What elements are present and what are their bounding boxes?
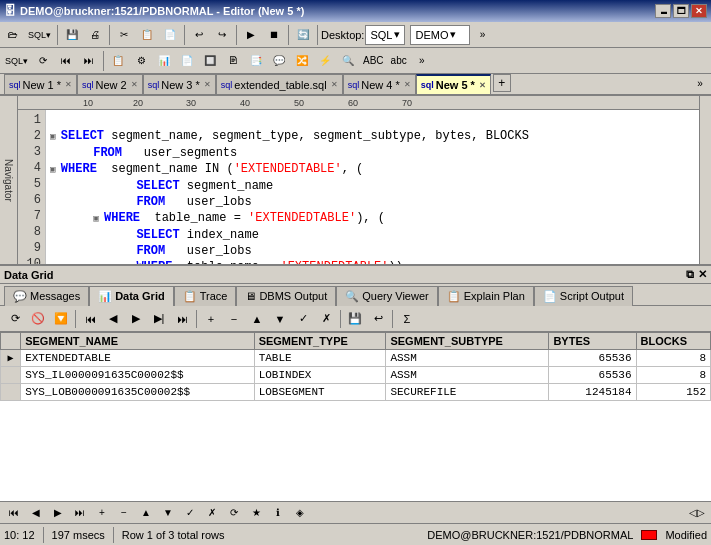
grid-sigma-btn[interactable]: Σ: [396, 309, 418, 329]
new-btn[interactable]: 🗁: [2, 24, 24, 46]
nav-scroll-h[interactable]: ◁▷: [687, 504, 707, 522]
title-bar-controls[interactable]: 🗕 🗖 ✕: [655, 4, 707, 18]
tb2-btn4[interactable]: ⏭: [78, 50, 100, 72]
nav-first-btn[interactable]: ⏮: [4, 504, 24, 522]
grid-check-btn[interactable]: ✓: [292, 309, 314, 329]
tab-new5[interactable]: sql New 5 * ✕: [416, 74, 491, 94]
tab-scroll-right[interactable]: »: [689, 74, 711, 94]
grid-rollback-btn[interactable]: ↩: [367, 309, 389, 329]
tb2-btn11[interactable]: 📑: [245, 50, 267, 72]
nav-fwd-btn[interactable]: ▶: [48, 504, 68, 522]
grid-prev-btn[interactable]: ◀: [102, 309, 124, 329]
maximize-button[interactable]: 🗖: [673, 4, 689, 18]
grid-down-btn[interactable]: ▼: [269, 309, 291, 329]
tb2-btn13[interactable]: 🔀: [291, 50, 313, 72]
data-grid-close[interactable]: ✕: [698, 268, 707, 281]
grid-filter-btn[interactable]: 🔽: [50, 309, 72, 329]
tab-new3[interactable]: sql New 3 * ✕: [143, 74, 216, 94]
nav-scroll-btn[interactable]: ◈: [290, 504, 310, 522]
grid-tab-trace[interactable]: 📋 Trace: [174, 286, 237, 306]
copy-btn[interactable]: 📋: [136, 24, 158, 46]
tb2-btn7[interactable]: 📊: [153, 50, 175, 72]
tab-new4[interactable]: sql New 4 * ✕: [343, 74, 416, 94]
tb2-btn15[interactable]: 🔍: [337, 50, 359, 72]
nav-info-btn[interactable]: ℹ: [268, 504, 288, 522]
grid-tab-datagrid[interactable]: 📊 Data Grid: [89, 286, 174, 306]
close-button[interactable]: ✕: [691, 4, 707, 18]
nav-plus-btn[interactable]: +: [92, 504, 112, 522]
run-btn[interactable]: ▶: [240, 24, 262, 46]
redo-btn[interactable]: ↪: [211, 24, 233, 46]
tab-new3-close[interactable]: ✕: [204, 80, 211, 89]
cut-btn[interactable]: ✂: [113, 24, 135, 46]
grid-delete-btn[interactable]: −: [223, 309, 245, 329]
tab-extended-close[interactable]: ✕: [331, 80, 338, 89]
tab-new1-close[interactable]: ✕: [65, 80, 72, 89]
editor-scrollbar[interactable]: [699, 96, 711, 264]
grid-insert-btn[interactable]: +: [200, 309, 222, 329]
tab-new4-close[interactable]: ✕: [404, 80, 411, 89]
desktop-dropdown[interactable]: SQL ▾: [365, 25, 405, 45]
nav-down-btn[interactable]: ▼: [158, 504, 178, 522]
grid-commit-btn[interactable]: 💾: [344, 309, 366, 329]
user-dropdown[interactable]: DEMO ▾: [410, 25, 470, 45]
tb2-more[interactable]: »: [411, 50, 433, 72]
tb2-btn8[interactable]: 📄: [176, 50, 198, 72]
tab-extended[interactable]: sql extended_table.sql ✕: [216, 74, 343, 94]
grid-first-btn[interactable]: ⏮: [79, 309, 101, 329]
tb2-btn1[interactable]: SQL▾: [2, 50, 31, 72]
tb2-btn10[interactable]: 🖹: [222, 50, 244, 72]
nav-check-btn[interactable]: ✓: [180, 504, 200, 522]
more-btn[interactable]: »: [471, 24, 493, 46]
grid-tab-explain[interactable]: 📋 Explain Plan: [438, 286, 534, 306]
col-segment-type[interactable]: SEGMENT_TYPE: [254, 333, 386, 350]
grid-cancel-btn[interactable]: 🚫: [27, 309, 49, 329]
nav-minus-btn[interactable]: −: [114, 504, 134, 522]
tab-new2[interactable]: sql New 2 ✕: [77, 74, 143, 94]
tb2-btn3[interactable]: ⏮: [55, 50, 77, 72]
nav-last-btn[interactable]: ⏭: [70, 504, 90, 522]
tb2-btn5[interactable]: 📋: [107, 50, 129, 72]
refresh-btn[interactable]: 🔄: [292, 24, 314, 46]
sql-editor[interactable]: 1 2 3 4 5 6 7 8 9 10 ▣ SELECT segment_na…: [18, 110, 699, 264]
sql-content[interactable]: ▣ SELECT segment_name, segment_type, seg…: [46, 110, 699, 264]
tb2-btn9[interactable]: 🔲: [199, 50, 221, 72]
nav-prev-btn[interactable]: ◀: [26, 504, 46, 522]
data-grid-float[interactable]: ⧉: [686, 268, 694, 281]
col-segment-subtype[interactable]: SEGMENT_SUBTYPE: [386, 333, 549, 350]
grid-next-btn[interactable]: ▶|: [148, 309, 170, 329]
tb2-btn12[interactable]: 💬: [268, 50, 290, 72]
grid-tab-script[interactable]: 📄 Script Output: [534, 286, 633, 306]
open-btn[interactable]: SQL▾: [25, 24, 54, 46]
navigator-panel[interactable]: Navigator: [0, 96, 18, 264]
grid-tab-messages[interactable]: 💬 Messages: [4, 286, 89, 306]
data-table-wrapper[interactable]: SEGMENT_NAME SEGMENT_TYPE SEGMENT_SUBTYP…: [0, 332, 711, 501]
paste-btn[interactable]: 📄: [159, 24, 181, 46]
table-row[interactable]: SYS_LOB0000091635C00002$$ LOBSEGMENT SEC…: [1, 384, 711, 401]
table-row[interactable]: ▶ EXTENDEDTABLE TABLE ASSM 65536 8: [1, 350, 711, 367]
grid-x-btn[interactable]: ✗: [315, 309, 337, 329]
tb2-btn2[interactable]: ⟳: [32, 50, 54, 72]
nav-star-btn[interactable]: ★: [246, 504, 266, 522]
table-row[interactable]: SYS_IL0000091635C00002$$ LOBINDEX ASSM 6…: [1, 367, 711, 384]
nav-up-btn[interactable]: ▲: [136, 504, 156, 522]
print-btn[interactable]: 🖨: [84, 24, 106, 46]
grid-refresh-btn[interactable]: ⟳: [4, 309, 26, 329]
undo-btn[interactable]: ↩: [188, 24, 210, 46]
save-btn[interactable]: 💾: [61, 24, 83, 46]
tb2-btn17[interactable]: abc: [388, 50, 410, 72]
grid-tab-dbms[interactable]: 🖥 DBMS Output: [236, 286, 336, 306]
tb2-btn14[interactable]: ⚡: [314, 50, 336, 72]
col-segment-name[interactable]: SEGMENT_NAME: [21, 333, 254, 350]
grid-tab-query[interactable]: 🔍 Query Viewer: [336, 286, 437, 306]
tab-new1[interactable]: sql New 1 * ✕: [4, 74, 77, 94]
grid-up-btn[interactable]: ▲: [246, 309, 268, 329]
grid-last-btn[interactable]: ⏭: [171, 309, 193, 329]
col-bytes[interactable]: BYTES: [549, 333, 636, 350]
minimize-button[interactable]: 🗕: [655, 4, 671, 18]
nav-refresh-btn[interactable]: ⟳: [224, 504, 244, 522]
tab-new5-close[interactable]: ✕: [479, 81, 486, 90]
tb2-btn6[interactable]: ⚙: [130, 50, 152, 72]
tab-add-button[interactable]: +: [493, 74, 511, 92]
stop-btn[interactable]: ⏹: [263, 24, 285, 46]
